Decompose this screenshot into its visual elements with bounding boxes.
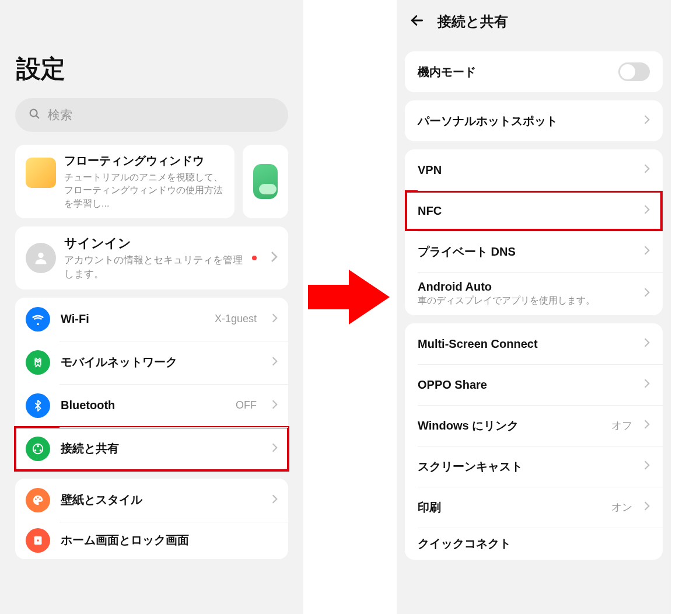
row-hotspot[interactable]: パーソナルホットスポット — [405, 100, 663, 141]
alert-dot-icon — [252, 256, 257, 260]
row-bluetooth[interactable]: Bluetooth OFF — [15, 384, 288, 427]
group-network: VPN NFC プライベート DNS Android Auto 車のディスプレイ… — [405, 149, 663, 315]
phone-left-settings: 設定 検索 フローティングウィンドウ チュートリアルのアニメを視聴して、フローテ… — [0, 0, 303, 614]
svg-point-6 — [40, 449, 42, 452]
row-mobile-network[interactable]: モバイルネットワーク — [15, 341, 288, 384]
promo-body: チュートリアルのアニメを視聴して、フローティングウィンドウの使用方法を学習し..… — [64, 171, 224, 210]
svg-point-2 — [38, 253, 43, 258]
chevron-right-icon — [644, 419, 650, 432]
row-oppo-share[interactable]: OPPO Share — [405, 364, 663, 405]
row-label: パーソナルホットスポット — [418, 113, 558, 129]
row-windows-link[interactable]: Windows にリンク オフ — [405, 405, 663, 446]
avatar-icon — [26, 243, 56, 273]
chevron-right-icon — [272, 356, 278, 369]
chevron-right-icon — [644, 163, 650, 176]
row-label: Windows にリンク — [418, 418, 519, 434]
chevron-right-icon — [272, 494, 278, 507]
row-android-auto[interactable]: Android Auto 車のディスプレイでアプリを使用します。 — [405, 272, 663, 315]
row-label: 機内モード — [418, 64, 476, 80]
chevron-right-icon — [271, 251, 278, 265]
promo-floating-window[interactable]: フローティングウィンドウ チュートリアルのアニメを視聴して、フローティングウィン… — [15, 145, 235, 218]
page-header: 接続と共有 — [397, 0, 671, 43]
row-nfc[interactable]: NFC — [405, 190, 663, 231]
row-wallpaper[interactable]: 壁紙とスタイル — [15, 479, 288, 522]
row-value: X-1guest — [215, 313, 257, 325]
chevron-right-icon — [644, 114, 650, 127]
page-title: 接続と共有 — [438, 12, 508, 31]
signin-title: サインイン — [64, 235, 244, 252]
chevron-right-icon — [272, 442, 278, 455]
promo-title: フローティングウィンドウ — [64, 153, 224, 169]
row-label: 壁紙とスタイル — [61, 492, 261, 508]
row-value: オン — [611, 500, 632, 514]
device-icon — [253, 164, 278, 199]
chevron-right-icon — [644, 501, 650, 514]
row-label: プライベート DNS — [418, 244, 516, 260]
chevron-right-icon — [644, 378, 650, 391]
chevron-right-icon — [644, 460, 650, 473]
row-quickconnect[interactable]: クイックコネクト — [405, 528, 663, 560]
row-label: Wi-Fi — [61, 312, 204, 326]
row-label: NFC — [418, 204, 442, 218]
row-label: 印刷 — [418, 500, 441, 515]
sign-in-card[interactable]: サインイン アカウントの情報とセキュリティを管理します。 — [15, 226, 288, 289]
svg-point-4 — [37, 445, 39, 447]
svg-point-7 — [35, 498, 37, 500]
chevron-right-icon — [272, 313, 278, 326]
svg-line-1 — [36, 116, 38, 118]
search-icon — [28, 107, 41, 123]
svg-point-8 — [37, 497, 39, 498]
back-button[interactable] — [410, 13, 425, 30]
row-label: OPPO Share — [418, 378, 487, 392]
wifi-icon — [26, 307, 50, 332]
chevron-right-icon — [644, 204, 650, 217]
signin-body: アカウントの情報とセキュリティを管理します。 — [64, 253, 244, 281]
row-airplane-mode[interactable]: 機内モード — [405, 51, 663, 92]
search-input[interactable]: 検索 — [15, 98, 288, 132]
group-airplane: 機内モード — [405, 51, 663, 92]
page-title: 設定 — [0, 0, 303, 98]
promo-side-card[interactable] — [243, 145, 288, 218]
chevron-right-icon — [644, 287, 650, 300]
group-personalize: 壁紙とスタイル ホーム画面とロック画面 — [15, 479, 288, 559]
group-connectivity: Wi-Fi X-1guest モバイルネットワーク Bluetooth OFF … — [15, 298, 288, 470]
search-placeholder: 検索 — [48, 107, 72, 123]
row-label: 接続と共有 — [61, 441, 261, 456]
row-connection-share[interactable]: 接続と共有 — [15, 427, 288, 470]
row-label: モバイルネットワーク — [61, 354, 261, 370]
svg-point-11 — [37, 539, 39, 542]
row-screencast[interactable]: スクリーンキャスト — [405, 446, 663, 487]
row-wifi[interactable]: Wi-Fi X-1guest — [15, 298, 288, 341]
chevron-right-icon — [272, 399, 278, 412]
share-icon — [26, 437, 50, 461]
row-label: ホーム画面とロック画面 — [61, 532, 278, 548]
navigation-arrow-icon — [308, 265, 390, 332]
bluetooth-icon — [26, 393, 50, 418]
row-label: VPN — [418, 163, 442, 177]
airplane-toggle[interactable] — [618, 62, 650, 81]
row-value: OFF — [236, 399, 257, 411]
group-hotspot: パーソナルホットスポット — [405, 100, 663, 141]
row-label: Multi-Screen Connect — [418, 337, 538, 351]
row-vpn[interactable]: VPN — [405, 149, 663, 190]
floating-window-icon — [26, 158, 56, 188]
svg-point-5 — [34, 449, 37, 452]
home-screen-icon — [26, 528, 50, 553]
chevron-right-icon — [644, 337, 650, 350]
row-label: Android Auto — [418, 280, 595, 294]
palette-icon — [26, 488, 50, 512]
group-sharing: Multi-Screen Connect OPPO Share Windows … — [405, 323, 663, 560]
row-home-lock[interactable]: ホーム画面とロック画面 — [15, 522, 288, 559]
row-private-dns[interactable]: プライベート DNS — [405, 231, 663, 272]
svg-point-9 — [39, 498, 41, 500]
phone-right-connection: 接続と共有 機内モード パーソナルホットスポット VPN NFC プライベート … — [397, 0, 671, 614]
row-sublabel: 車のディスプレイでアプリを使用します。 — [418, 295, 595, 307]
row-label: Bluetooth — [61, 399, 225, 412]
row-print[interactable]: 印刷 オン — [405, 487, 663, 528]
chevron-right-icon — [644, 245, 650, 258]
row-multiscreen[interactable]: Multi-Screen Connect — [405, 323, 663, 364]
mobile-network-icon — [26, 350, 50, 375]
promo-row: フローティングウィンドウ チュートリアルのアニメを視聴して、フローティングウィン… — [15, 145, 288, 218]
svg-marker-12 — [308, 270, 390, 325]
row-label: スクリーンキャスト — [418, 459, 523, 475]
